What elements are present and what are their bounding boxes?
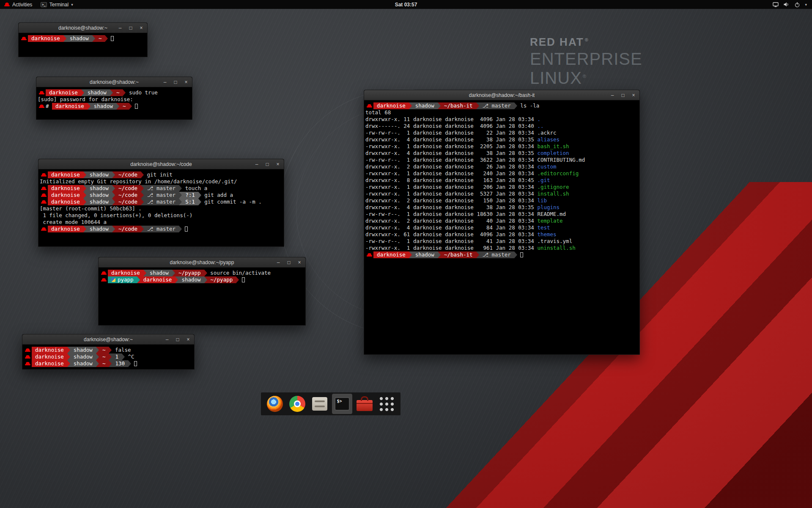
powerline-arrow: [112, 226, 115, 232]
powerline-arrow: [179, 199, 182, 205]
terminal-line: Initialized empty Git repository in /hom…: [40, 178, 283, 185]
terminal-content[interactable]: darknoiseshadow~: [19, 33, 147, 44]
window-close-button[interactable]: ×: [275, 162, 280, 167]
window-titlebar[interactable]: darknoise@shadow:~–□×: [36, 77, 192, 87]
prompt-segment: shadow: [178, 276, 204, 283]
powerline-arrow: [123, 89, 126, 96]
terminal-content[interactable]: darknoiseshadow~ falsedarknoiseshadow~1 …: [22, 345, 194, 369]
prompt-segment: shadow: [146, 270, 172, 276]
terminal-text: test: [537, 224, 550, 231]
window-close-button[interactable]: ×: [139, 25, 144, 30]
terminal-line: [sudo] password for darknoise:: [38, 96, 191, 103]
terminal-window-home1[interactable]: darknoise@shadow:~–□×darknoiseshadow~: [18, 22, 148, 57]
powerline-arrow: [179, 185, 182, 192]
dock-item-toolbox[interactable]: [354, 394, 375, 414]
terminal-window-code[interactable]: darknoise@shadow:~/code–□×darknoiseshado…: [38, 159, 284, 247]
dock-item-firefox[interactable]: [265, 394, 285, 414]
terminal-line: darknoiseshadow~/code⎇ master touch a: [40, 185, 283, 192]
window-minimize-button[interactable]: –: [610, 93, 615, 98]
terminal-content[interactable]: darknoiseshadow~/bash-it⎇ master ls -lat…: [364, 100, 639, 260]
powerline-arrow: [83, 185, 86, 192]
powerline-arrow: [63, 35, 66, 42]
window-close-button[interactable]: ×: [184, 80, 189, 85]
powerline-arrow: [409, 102, 412, 109]
clock[interactable]: Sat 03:57: [391, 0, 422, 9]
terminal-window-home2[interactable]: darknoise@shadow:~–□×darknoiseshadow~ fa…: [22, 334, 195, 370]
window-minimize-button[interactable]: –: [276, 260, 281, 265]
terminal-line: darknoiseshadow~: [20, 35, 146, 42]
terminal-text: -rwxrwxr-x. 1 darknoise darknoise 206 Ja…: [365, 184, 537, 190]
terminal-text: [sudo] password for darknoise:: [38, 96, 136, 103]
terminal-text: -rw-rw-r--. 1 darknoise darknoise 41 Jan…: [365, 238, 537, 245]
window-title: darknoise@shadow:~/code: [130, 161, 192, 167]
window-minimize-button[interactable]: –: [162, 80, 167, 85]
dock-item-files[interactable]: [310, 394, 330, 414]
activities-button[interactable]: Activities: [0, 0, 36, 9]
window-minimize-button[interactable]: –: [254, 162, 259, 167]
terminal-content[interactable]: darknoiseshadow~/pyapp source bin/activa…: [99, 268, 305, 285]
window-maximize-button[interactable]: □: [128, 25, 133, 30]
window-maximize-button[interactable]: □: [286, 260, 291, 265]
terminal-text: lib: [537, 197, 547, 204]
powerline-arrow: [143, 270, 146, 276]
terminal-text: .gitignore: [537, 184, 569, 190]
power-icon[interactable]: [794, 2, 800, 8]
terminal-line: drwxrwxr-x. 11 darknoise darknoise 4096 …: [365, 116, 638, 123]
prompt-segment: shadow: [86, 192, 112, 199]
window-titlebar[interactable]: darknoise@shadow:~/code–□×: [38, 159, 284, 169]
window-close-button[interactable]: ×: [186, 337, 191, 342]
terminal-text: total 68: [365, 109, 391, 116]
powerline-arrow: [112, 185, 115, 192]
terminal-text: drwxrwxr-x. 2 darknoise darknoise 150 Ja…: [365, 197, 537, 204]
terminal-text: ^C: [125, 353, 134, 360]
terminal-line: -rwxrwxr-x. 1 darknoise darknoise 2205 J…: [365, 143, 638, 150]
terminal-line: darknoiseshadow~1 ^C: [24, 353, 193, 360]
window-close-button[interactable]: ×: [297, 260, 302, 265]
window-close-button[interactable]: ×: [631, 93, 636, 98]
redhat-logo-icon: [4, 3, 10, 7]
powerline-arrow: [172, 270, 175, 276]
terminal-content[interactable]: darknoiseshadow~ sudo true[sudo] passwor…: [36, 87, 192, 112]
terminal-line: darknoiseshadow~ sudo true: [38, 89, 191, 96]
window-minimize-button[interactable]: –: [118, 25, 123, 30]
terminal-content[interactable]: darknoiseshadow~/code git initInitialize…: [38, 169, 284, 235]
window-maximize-button[interactable]: □: [175, 337, 180, 342]
redhat-prompt-icon: [39, 89, 44, 96]
window-maximize-button[interactable]: □: [620, 93, 625, 98]
powerline-arrow: [514, 102, 517, 109]
terminal-line: drwxrwxr-x. 8 darknoise darknoise 163 Ja…: [365, 177, 638, 184]
dock-item-terminal[interactable]: $>: [332, 394, 352, 414]
terminal-window-sudo[interactable]: darknoise@shadow:~–□×darknoiseshadow~ su…: [36, 77, 192, 120]
powerline-arrow: [236, 276, 239, 283]
terminal-line: darknoiseshadow~ false: [24, 347, 193, 353]
powerline-arrow: [122, 353, 125, 360]
window-maximize-button[interactable]: □: [173, 80, 178, 85]
window-titlebar[interactable]: darknoise@shadow:~/pyapp–□×: [99, 257, 305, 268]
toolbox-icon: [357, 400, 373, 411]
terminal-window-pyapp[interactable]: darknoise@shadow:~/pyapp–□×darknoiseshad…: [98, 257, 306, 326]
window-titlebar[interactable]: darknoise@shadow:~–□×: [22, 334, 194, 345]
prompt-segment: ~/pyapp: [207, 276, 236, 283]
prompt-segment: shadow: [84, 89, 110, 96]
desktop[interactable]: RED HAT® ENTERPRISE LINUX® darknoise@sha…: [0, 0, 812, 508]
terminal-line: # darknoiseshadow~: [38, 103, 191, 110]
redhat-prompt-icon: [25, 360, 30, 367]
dock-item-chrome[interactable]: [287, 394, 307, 414]
terminal-line: 1 file changed, 0 insertions(+), 0 delet…: [40, 212, 283, 219]
terminal-line: darknoiseshadow~/code⎇ master: [40, 226, 283, 232]
powerline-arrow: [514, 251, 517, 258]
window-titlebar[interactable]: darknoise@shadow:~–□×: [19, 23, 147, 33]
window-maximize-button[interactable]: □: [265, 162, 270, 167]
app-menu-terminal[interactable]: >_ Terminal ▾: [36, 0, 77, 9]
dock-item-app-grid[interactable]: [377, 394, 397, 414]
volume-icon[interactable]: [783, 2, 790, 7]
terminal-text: git add a: [201, 192, 233, 199]
terminal-window-bashit[interactable]: darknoise@shadow:~/bash-it–□×darknoisesh…: [364, 90, 640, 355]
system-tray[interactable]: ▾: [768, 0, 812, 9]
dock: $>: [261, 392, 401, 415]
window-minimize-button[interactable]: –: [165, 337, 170, 342]
terminal-line: create mode 100644 a: [40, 219, 283, 226]
screen-icon[interactable]: [773, 2, 779, 7]
prompt-segment: darknoise: [28, 35, 63, 42]
window-titlebar[interactable]: darknoise@shadow:~/bash-it–□×: [364, 90, 639, 100]
